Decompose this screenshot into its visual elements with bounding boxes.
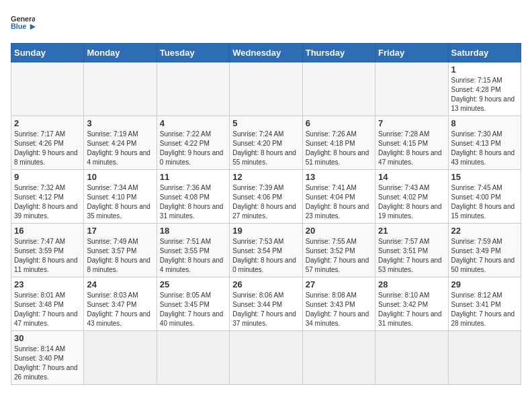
calendar-day-cell: 6Sunrise: 7:26 AM Sunset: 4:18 PM Daylig… xyxy=(302,116,375,170)
calendar-day-cell: 12Sunrise: 7:39 AM Sunset: 4:06 PM Dayli… xyxy=(230,170,302,224)
calendar-day-cell: 9Sunrise: 7:32 AM Sunset: 4:12 PM Daylig… xyxy=(11,170,84,224)
calendar-day-cell: 26Sunrise: 8:06 AM Sunset: 3:44 PM Dayli… xyxy=(230,277,302,331)
logo: General Blue xyxy=(11,11,35,35)
day-number: 17 xyxy=(87,226,153,236)
calendar-week-row: 1Sunrise: 7:15 AM Sunset: 4:28 PM Daylig… xyxy=(11,62,521,116)
day-number: 27 xyxy=(306,279,372,289)
day-number: 26 xyxy=(232,279,299,289)
day-number: 29 xyxy=(451,279,518,289)
day-sun-info: Sunrise: 7:57 AM Sunset: 3:51 PM Dayligh… xyxy=(378,237,445,275)
day-number: 28 xyxy=(378,279,445,289)
day-sun-info: Sunrise: 8:01 AM Sunset: 3:48 PM Dayligh… xyxy=(14,291,81,328)
day-sun-info: Sunrise: 8:05 AM Sunset: 3:45 PM Dayligh… xyxy=(160,291,226,328)
calendar-day-cell: 29Sunrise: 8:12 AM Sunset: 3:41 PM Dayli… xyxy=(448,277,521,331)
day-sun-info: Sunrise: 7:47 AM Sunset: 3:59 PM Dayligh… xyxy=(14,237,81,275)
svg-text:General: General xyxy=(11,15,35,23)
calendar-day-cell xyxy=(11,62,84,116)
day-sun-info: Sunrise: 8:14 AM Sunset: 3:40 PM Dayligh… xyxy=(14,345,81,382)
calendar-day-cell: 19Sunrise: 7:53 AM Sunset: 3:54 PM Dayli… xyxy=(230,224,302,277)
calendar-day-cell: 13Sunrise: 7:41 AM Sunset: 4:04 PM Dayli… xyxy=(302,170,375,224)
day-sun-info: Sunrise: 7:41 AM Sunset: 4:04 PM Dayligh… xyxy=(306,183,372,221)
calendar-day-cell: 27Sunrise: 8:08 AM Sunset: 3:43 PM Dayli… xyxy=(302,277,375,331)
day-of-week-header: Wednesday xyxy=(230,44,302,62)
calendar-day-cell: 25Sunrise: 8:05 AM Sunset: 3:45 PM Dayli… xyxy=(157,277,229,331)
day-number: 23 xyxy=(14,279,81,289)
day-number: 7 xyxy=(378,118,445,128)
general-blue-logo-icon: General Blue xyxy=(11,11,35,35)
day-sun-info: Sunrise: 7:51 AM Sunset: 3:55 PM Dayligh… xyxy=(160,237,226,275)
day-number: 2 xyxy=(14,118,81,128)
day-sun-info: Sunrise: 7:43 AM Sunset: 4:02 PM Dayligh… xyxy=(378,183,445,221)
calendar-day-cell xyxy=(230,62,302,116)
calendar-week-row: 16Sunrise: 7:47 AM Sunset: 3:59 PM Dayli… xyxy=(11,224,521,277)
calendar-day-cell xyxy=(302,62,375,116)
day-sun-info: Sunrise: 8:06 AM Sunset: 3:44 PM Dayligh… xyxy=(232,291,299,328)
day-number: 4 xyxy=(160,118,226,128)
calendar-day-cell: 5Sunrise: 7:24 AM Sunset: 4:20 PM Daylig… xyxy=(230,116,302,170)
svg-marker-2 xyxy=(30,24,35,30)
calendar-day-cell xyxy=(375,331,448,385)
calendar-day-cell: 11Sunrise: 7:36 AM Sunset: 4:08 PM Dayli… xyxy=(157,170,229,224)
calendar-table: SundayMondayTuesdayWednesdayThursdayFrid… xyxy=(11,43,521,385)
calendar-day-cell: 1Sunrise: 7:15 AM Sunset: 4:28 PM Daylig… xyxy=(448,62,521,116)
day-sun-info: Sunrise: 7:17 AM Sunset: 4:26 PM Dayligh… xyxy=(14,130,81,167)
calendar-day-cell: 3Sunrise: 7:19 AM Sunset: 4:24 PM Daylig… xyxy=(84,116,157,170)
header: General Blue xyxy=(11,11,521,35)
calendar-header-row: SundayMondayTuesdayWednesdayThursdayFrid… xyxy=(11,44,521,62)
day-number: 18 xyxy=(160,226,226,236)
calendar-day-cell: 30Sunrise: 8:14 AM Sunset: 3:40 PM Dayli… xyxy=(11,331,84,385)
day-of-week-header: Tuesday xyxy=(157,44,229,62)
calendar-day-cell xyxy=(157,62,229,116)
day-sun-info: Sunrise: 8:10 AM Sunset: 3:42 PM Dayligh… xyxy=(378,291,445,328)
calendar-day-cell: 24Sunrise: 8:03 AM Sunset: 3:47 PM Dayli… xyxy=(84,277,157,331)
day-sun-info: Sunrise: 7:24 AM Sunset: 4:20 PM Dayligh… xyxy=(232,130,299,167)
day-sun-info: Sunrise: 7:15 AM Sunset: 4:28 PM Dayligh… xyxy=(451,76,518,113)
day-number: 13 xyxy=(306,172,372,182)
calendar-day-cell: 15Sunrise: 7:45 AM Sunset: 4:00 PM Dayli… xyxy=(448,170,521,224)
svg-text:Blue: Blue xyxy=(11,22,26,30)
calendar-day-cell: 18Sunrise: 7:51 AM Sunset: 3:55 PM Dayli… xyxy=(157,224,229,277)
day-sun-info: Sunrise: 7:32 AM Sunset: 4:12 PM Dayligh… xyxy=(14,183,81,221)
day-sun-info: Sunrise: 7:19 AM Sunset: 4:24 PM Dayligh… xyxy=(87,130,153,167)
calendar-day-cell: 8Sunrise: 7:30 AM Sunset: 4:13 PM Daylig… xyxy=(448,116,521,170)
calendar-week-row: 9Sunrise: 7:32 AM Sunset: 4:12 PM Daylig… xyxy=(11,170,521,224)
calendar-week-row: 23Sunrise: 8:01 AM Sunset: 3:48 PM Dayli… xyxy=(11,277,521,331)
day-number: 19 xyxy=(232,226,299,236)
day-sun-info: Sunrise: 7:49 AM Sunset: 3:57 PM Dayligh… xyxy=(87,237,153,275)
calendar-day-cell: 7Sunrise: 7:28 AM Sunset: 4:15 PM Daylig… xyxy=(375,116,448,170)
calendar-day-cell: 21Sunrise: 7:57 AM Sunset: 3:51 PM Dayli… xyxy=(375,224,448,277)
calendar-day-cell xyxy=(230,331,302,385)
calendar-day-cell: 2Sunrise: 7:17 AM Sunset: 4:26 PM Daylig… xyxy=(11,116,84,170)
calendar-day-cell: 20Sunrise: 7:55 AM Sunset: 3:52 PM Dayli… xyxy=(302,224,375,277)
day-number: 25 xyxy=(160,279,226,289)
calendar-week-row: 2Sunrise: 7:17 AM Sunset: 4:26 PM Daylig… xyxy=(11,116,521,170)
day-number: 11 xyxy=(160,172,226,182)
day-of-week-header: Monday xyxy=(84,44,157,62)
day-of-week-header: Thursday xyxy=(302,44,375,62)
calendar-day-cell: 17Sunrise: 7:49 AM Sunset: 3:57 PM Dayli… xyxy=(84,224,157,277)
day-number: 10 xyxy=(87,172,153,182)
day-number: 30 xyxy=(14,333,81,343)
day-number: 1 xyxy=(451,64,518,75)
calendar-day-cell: 14Sunrise: 7:43 AM Sunset: 4:02 PM Dayli… xyxy=(375,170,448,224)
day-of-week-header: Saturday xyxy=(448,44,521,62)
day-sun-info: Sunrise: 7:26 AM Sunset: 4:18 PM Dayligh… xyxy=(306,130,372,167)
day-number: 14 xyxy=(378,172,445,182)
day-of-week-header: Friday xyxy=(375,44,448,62)
day-sun-info: Sunrise: 8:08 AM Sunset: 3:43 PM Dayligh… xyxy=(306,291,372,328)
day-number: 3 xyxy=(87,118,153,128)
day-of-week-header: Sunday xyxy=(11,44,84,62)
day-number: 24 xyxy=(87,279,153,289)
calendar-day-cell xyxy=(157,331,229,385)
day-number: 6 xyxy=(306,118,372,128)
day-sun-info: Sunrise: 7:22 AM Sunset: 4:22 PM Dayligh… xyxy=(160,130,226,167)
day-sun-info: Sunrise: 8:12 AM Sunset: 3:41 PM Dayligh… xyxy=(451,291,518,328)
calendar-day-cell: 16Sunrise: 7:47 AM Sunset: 3:59 PM Dayli… xyxy=(11,224,84,277)
day-number: 22 xyxy=(451,226,518,236)
calendar-day-cell xyxy=(375,62,448,116)
day-sun-info: Sunrise: 7:55 AM Sunset: 3:52 PM Dayligh… xyxy=(306,237,372,275)
calendar-day-cell: 10Sunrise: 7:34 AM Sunset: 4:10 PM Dayli… xyxy=(84,170,157,224)
day-sun-info: Sunrise: 7:34 AM Sunset: 4:10 PM Dayligh… xyxy=(87,183,153,221)
calendar-day-cell xyxy=(302,331,375,385)
day-sun-info: Sunrise: 7:30 AM Sunset: 4:13 PM Dayligh… xyxy=(451,130,518,167)
